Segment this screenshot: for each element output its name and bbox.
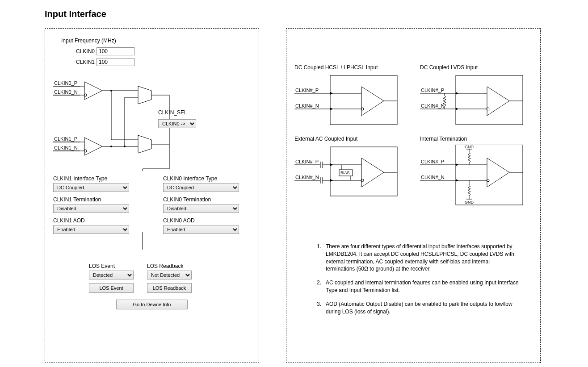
svg-marker-37 [330, 108, 333, 110]
note-1: There are four different types of differ… [326, 243, 519, 273]
go-device-info-button[interactable]: Go to Device Info [116, 300, 188, 309]
svg-marker-65 [330, 179, 333, 182]
clkin1-term-select[interactable]: Disabled [53, 204, 129, 213]
clkin-sel-select[interactable]: CLKIN0 -> [158, 119, 196, 128]
svg-marker-33 [361, 87, 384, 116]
diagram-internal-term-title: Internal Termination [420, 136, 532, 142]
block-diagram: CLKIN0_P CLKIN0_N CLKIN1_P CLKIN1_N CLKI… [53, 73, 251, 171]
clkin0-if-label: CLKIN0 Interface Type [163, 175, 251, 182]
svg-text:GND: GND [465, 200, 474, 204]
right-panel: DC Coupled HCSL / LPHCSL Input CLKIN#_P … [286, 28, 541, 363]
svg-marker-64 [330, 163, 333, 166]
clkin1-term-label: CLKIN1 Termination [53, 196, 141, 203]
page-title: Input Interface [9, 9, 579, 19]
los-readback-label: LOS Readback [147, 263, 192, 269]
clkin1-freq-label: CLKIN1 [70, 59, 95, 65]
svg-marker-75 [487, 158, 509, 187]
diagram-ac-coupled: External AC Coupled Input B [294, 136, 407, 207]
svg-marker-17 [138, 86, 151, 104]
clkin1-if-label: CLKIN1 Interface Type [53, 175, 141, 182]
freq-header: Input Frequency (MHz) [61, 38, 251, 44]
svg-rect-38 [456, 75, 523, 125]
svg-marker-18 [138, 135, 151, 153]
svg-marker-2 [84, 82, 102, 100]
clkin-sel-label: CLKIN_SEL [158, 109, 196, 116]
svg-text:GND: GND [465, 145, 474, 149]
pin-clkin0-p: CLKIN0_P [54, 80, 77, 86]
svg-marker-47 [456, 108, 458, 110]
los-event-select[interactable]: Detected [89, 271, 134, 279]
los-readback-button[interactable]: LOS Readback [147, 283, 192, 293]
pin-clkin1-n: CLKIN1_N [54, 145, 78, 150]
svg-marker-78 [456, 163, 458, 166]
clkin0-if-select[interactable]: DC Coupled [163, 183, 239, 192]
clkin0-term-label: CLKIN0 Termination [163, 196, 251, 203]
los-event-label: LOS Event [89, 263, 134, 269]
notes: 1.There are four different types of diff… [294, 243, 532, 315]
svg-point-11 [110, 146, 112, 147]
diagram-ac-coupled-title: External AC Coupled Input [294, 136, 407, 142]
diagram-internal-term: Internal Termination [420, 136, 532, 207]
svg-marker-46 [456, 92, 458, 95]
clkin0-term-select[interactable]: Disabled [163, 204, 239, 213]
clkin1-freq-input[interactable] [97, 58, 134, 66]
diagram-dc-lvds: DC Coupled LVDS Input CLKIN#_P CLK [420, 64, 532, 127]
svg-marker-8 [84, 138, 102, 155]
los-readback-select[interactable]: Not Detected [147, 271, 192, 279]
svg-marker-61 [361, 158, 384, 187]
clkin0-aod-label: CLKIN0 AOD [163, 217, 251, 224]
clkin0-freq-label: CLKIN0 [70, 48, 95, 54]
clkin0-freq-input[interactable] [97, 47, 134, 55]
diagram-dc-hcsl: DC Coupled HCSL / LPHCSL Input CLKIN#_P … [294, 64, 407, 127]
note-2: AC coupled and internal termination feau… [326, 279, 519, 294]
svg-marker-36 [330, 92, 333, 95]
diagram-dc-hcsl-title: DC Coupled HCSL / LPHCSL Input [294, 64, 407, 71]
svg-rect-66 [456, 145, 523, 205]
pin-clkin1-p: CLKIN1_P [54, 136, 77, 142]
clkin1-if-select[interactable]: DC Coupled [53, 183, 129, 192]
left-panel: Input Frequency (MHz) CLKIN0 CLKIN1 [45, 28, 259, 363]
diagram-dc-lvds-title: DC Coupled LVDS Input [420, 64, 532, 71]
note-3: AOD (Automatic Output Disable) can be en… [326, 300, 519, 316]
pin-clkin0-n: CLKIN0_N [54, 89, 78, 95]
svg-rect-30 [330, 75, 397, 125]
los-event-button[interactable]: LOS Event [89, 283, 134, 293]
svg-marker-79 [456, 179, 458, 182]
svg-point-15 [124, 146, 126, 147]
svg-marker-43 [487, 87, 509, 116]
svg-text:BIAS: BIAS [340, 171, 350, 175]
clkin1-aod-label: CLKIN1 AOD [53, 217, 141, 224]
